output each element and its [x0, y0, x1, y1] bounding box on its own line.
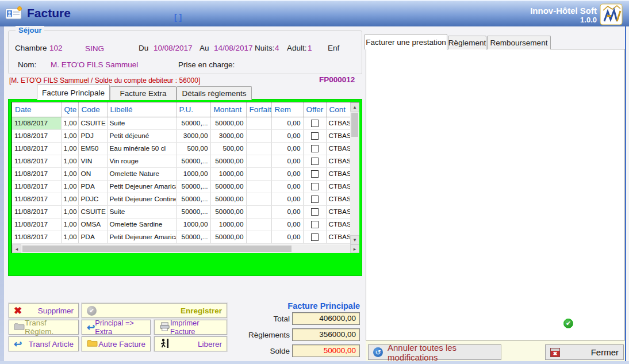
fermer-button[interactable]: ✖ Fermer: [545, 344, 624, 360]
prestation-tab-page: [366, 49, 625, 340]
tab-facturer-prestation[interactable]: Facturer une prestation: [365, 34, 447, 49]
offert-checkbox[interactable]: [311, 145, 319, 152]
scroll-up-icon[interactable]: ▴: [350, 102, 359, 112]
totals-title: Facture Principale: [264, 301, 360, 311]
annuler-modifications-button[interactable]: ↺ Annuler toutes les modifications: [368, 344, 501, 360]
offert-checkbox[interactable]: [311, 183, 319, 190]
sejour-caption: Séjour: [16, 26, 44, 35]
invoice-vscrollbar[interactable]: ▴ ▾: [350, 102, 359, 244]
liberer-button[interactable]: Liberer: [154, 336, 227, 351]
delete-x-icon: ✖: [14, 306, 22, 316]
du-value: 10/08/2017: [154, 44, 193, 52]
scroll-down-icon[interactable]: ▾: [350, 235, 359, 244]
invoice-header-row: DateQte CodeLibellé P.U.Montant ForfaitR…: [12, 102, 350, 117]
arrow-left-icon: ↩: [14, 339, 22, 349]
invoice-table-row[interactable]: 11/08/20171,00EM50Eau minérale 50 cl500,…: [12, 142, 350, 155]
chambre-label: Chambre: [15, 44, 47, 52]
du-label: Du: [139, 44, 148, 52]
window-bottom-edge: [0, 361, 629, 364]
nuits-value: 4: [275, 44, 279, 52]
folder-gray-icon: [14, 322, 25, 332]
offert-checkbox[interactable]: [311, 132, 319, 140]
offert-checkbox[interactable]: [311, 158, 319, 165]
window-left-edge: [0, 26, 4, 364]
supprimer-button[interactable]: ✖ Supprimer: [9, 303, 79, 318]
titlebar-center-label: [ ]: [174, 13, 182, 22]
offert-checkbox[interactable]: [311, 196, 319, 203]
solde-label: Solde: [241, 347, 290, 355]
tab-reglement[interactable]: Règlement: [448, 36, 486, 49]
brand-block: Innov-Hôtel Soft 1.0.0: [454, 6, 597, 25]
imprimer-facture-button[interactable]: Imprimer Facture: [154, 320, 227, 335]
scroll-right-icon[interactable]: ▸: [350, 244, 359, 253]
add-check-icon: ✔: [563, 319, 573, 328]
tab-facture-principale[interactable]: Facture Principale: [37, 85, 110, 100]
nom-value: M. ETO'O FILS Sammuel: [51, 60, 138, 69]
prise-en-charge-label: Prise en charge:: [178, 60, 235, 69]
nom-label: Nom:: [18, 60, 36, 69]
titlebar: Facture [ ] Innov-Hôtel Soft 1.0.0: [0, 0, 629, 26]
folder-yellow-icon: [87, 339, 98, 349]
chambre-value: 102: [49, 44, 63, 52]
invoice-hscrollbar[interactable]: ◂ ▸: [12, 244, 359, 253]
facture-window: Facture [ ] Innov-Hôtel Soft 1.0.0 Séjou…: [0, 0, 629, 364]
close-box-icon: ✖: [550, 348, 560, 357]
au-value: 14/08/2017: [214, 44, 253, 52]
tab-facture-extra[interactable]: Facture Extra: [110, 86, 177, 100]
page-title: Facture: [27, 6, 71, 20]
app-logo: [600, 3, 623, 28]
window-right-edge: [625, 26, 629, 361]
offert-checkbox[interactable]: [311, 208, 319, 216]
invoice-table-row[interactable]: 11/08/20171,00CSUITESuite50000,...50000,…: [12, 205, 350, 218]
scroll-left-icon[interactable]: ◂: [12, 244, 21, 253]
app-version: 1.0.0: [454, 16, 597, 25]
enf-label: Enf: [328, 44, 339, 52]
offert-checkbox[interactable]: [311, 170, 319, 178]
enregistrer-button[interactable]: ✔ Enregistrer: [82, 303, 227, 318]
reglements-label: Règlements: [241, 331, 290, 339]
offert-checkbox[interactable]: [311, 120, 319, 127]
hscroll-thumb[interactable]: [22, 246, 292, 252]
autre-facture-button[interactable]: Autre Facture: [82, 336, 151, 351]
printer-icon: [159, 322, 170, 333]
invoice-table-body: 11/08/20171,00CSUITESuite50000,...50000,…: [12, 117, 350, 243]
invoice-table-row[interactable]: 11/08/20171,00PDJCPetit Dejeuner Contine…: [12, 193, 350, 205]
invoice-table-row[interactable]: 11/08/20171,00CSUITESuite50000,...50000,…: [12, 117, 350, 129]
invoice-number: FP000012: [319, 75, 355, 84]
transf-reglem-button[interactable]: Transf Règlem.: [9, 320, 79, 335]
vscroll-thumb[interactable]: [351, 113, 358, 137]
exit-person-icon: [159, 338, 170, 350]
transf-article-button[interactable]: ↩ Transf Article: [9, 336, 79, 351]
offert-checkbox[interactable]: [311, 221, 319, 228]
nuits-label: Nuits:: [255, 44, 275, 52]
tab-details-reglements[interactable]: Détails règlements: [177, 86, 252, 100]
adult-label: Adult:: [287, 44, 307, 52]
invoice-table-row[interactable]: 11/08/20171,00VINVin rouge50000,...50000…: [12, 155, 350, 167]
reglements-field: 356000,00: [292, 328, 360, 341]
debtor-status-text: [M. ETO'O FILS Sammuel / Solde du compte…: [9, 76, 200, 85]
principal-extra-button[interactable]: ↩ Principal => Extra: [82, 320, 151, 335]
solde-field: 50000,00: [292, 344, 360, 357]
total-label: Total: [241, 315, 290, 323]
invoice-table-row[interactable]: 11/08/20171,00PDAPetit Dejeuner Amaricai…: [12, 180, 350, 193]
arrow-left-icon: ↩: [87, 323, 95, 332]
invoice-table-row[interactable]: 11/08/20171,00ONOmelette Nature1000,0010…: [12, 167, 350, 180]
adult-value: 1: [308, 44, 312, 52]
room-type-value: SING: [85, 44, 104, 53]
invoice-table-container: DateQte CodeLibellé P.U.Montant ForfaitR…: [11, 102, 359, 253]
invoice-table-row[interactable]: 11/08/20171,00PDAPetit Dejeuner Amaricai…: [12, 231, 350, 243]
app-name: Innov-Hôtel Soft: [454, 6, 597, 16]
invoice-card-icon: [5, 6, 24, 23]
invoice-table: DateQte CodeLibellé P.U.Montant ForfaitR…: [12, 102, 351, 244]
tab-remboursement[interactable]: Remboursement: [487, 36, 551, 49]
invoice-table-row[interactable]: 11/08/20171,00PDJPetit déjeuné3000,00300…: [12, 129, 350, 142]
offert-checkbox[interactable]: [311, 233, 319, 241]
invoice-table-row[interactable]: 11/08/20171,00OMSAOmelette Sardine1000,0…: [12, 218, 350, 231]
total-field: 406000,00: [292, 312, 360, 325]
save-check-icon: ✔: [87, 306, 97, 316]
undo-icon: ↺: [373, 347, 383, 357]
au-label: Au: [200, 44, 209, 52]
